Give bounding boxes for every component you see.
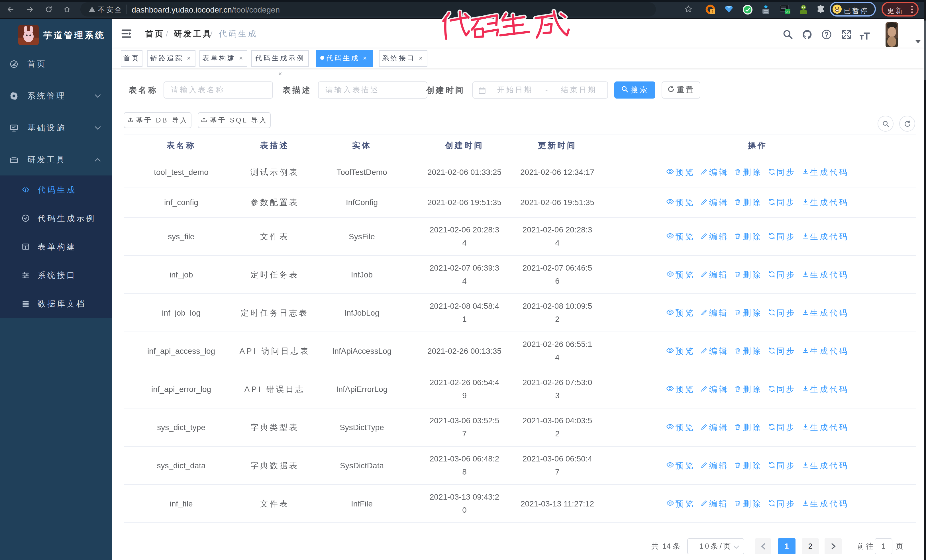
- svg-text:on: on: [785, 9, 790, 14]
- svg-text:1: 1: [711, 9, 714, 14]
